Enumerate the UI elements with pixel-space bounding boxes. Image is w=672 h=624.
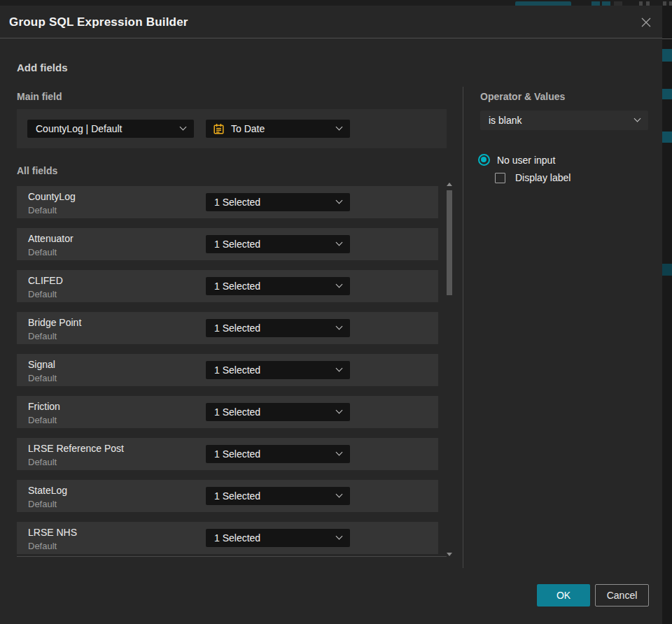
main-field-dropdown[interactable]: CountyLog | Default [27,120,194,138]
close-icon [640,16,652,29]
dialog-titlebar: Group SQL Expression Builder [0,6,662,38]
field-selected-dropdown[interactable]: 1 Selected [206,193,350,211]
date-part-dropdown[interactable]: To Date [206,120,350,138]
background-highlight [662,132,672,143]
dropdown-value: 1 Selected [214,197,260,208]
field-row: Signal Default 1 Selected [17,354,438,386]
field-sublabel: Default [28,541,57,551]
all-fields-list: CountyLog Default 1 Selected Attenuator … [17,186,438,564]
list-bottom-divider [17,556,447,557]
field-sublabel: Default [28,415,57,425]
dropdown-value: 1 Selected [214,364,260,376]
field-selected-dropdown[interactable]: 1 Selected [206,529,350,547]
main-field-label: Main field [17,91,62,102]
field-selected-dropdown[interactable]: 1 Selected [206,361,350,379]
field-sublabel: Default [28,373,57,383]
field-selected-dropdown[interactable]: 1 Selected [206,445,350,463]
chevron-down-icon [336,197,343,204]
calendar-icon [213,123,225,135]
group-sql-expression-builder-dialog: Group SQL Expression Builder Add fields … [0,6,662,624]
no-user-input-radio[interactable]: No user input [478,154,555,166]
field-selected-dropdown[interactable]: 1 Selected [206,487,350,505]
main-field-container: CountyLog | Default To Date [17,109,447,148]
field-selected-dropdown[interactable]: 1 Selected [206,319,350,337]
field-row: LRSE Reference Post Default 1 Selected [17,438,438,470]
background-highlight [662,49,672,62]
field-row: Bridge Point Default 1 Selected [17,312,438,344]
field-sublabel: Default [28,247,57,257]
chevron-down-icon [336,124,343,131]
chevron-down-icon [336,449,343,456]
operator-dropdown-value: is blank [489,115,522,126]
display-label-checkbox[interactable]: Display label [495,172,570,183]
field-row: CountyLog Default 1 Selected [17,186,438,218]
chevron-down-icon [336,491,343,498]
background-toolbar: Live view [0,0,672,6]
cancel-button[interactable]: Cancel [595,584,649,607]
field-name: LRSE NHS [28,527,77,538]
chevron-down-icon [336,239,343,246]
background-highlight [662,89,672,99]
no-user-input-label: No user input [497,155,555,166]
field-sublabel: Default [28,289,57,299]
background-highlight [662,264,672,276]
field-name: LRSE Reference Post [28,443,124,454]
field-name: StateLog [28,485,67,496]
radio-selected-icon [478,154,490,166]
field-name: Friction [28,401,60,412]
list-scrollbar[interactable] [446,180,453,558]
scroll-down-icon[interactable] [447,553,452,556]
checkbox-unchecked-icon [495,173,505,183]
field-name: Bridge Point [28,317,81,328]
main-field-dropdown-value: CountyLog | Default [36,123,122,134]
field-name: CLIFED [28,275,63,286]
dialog-title: Group SQL Expression Builder [9,6,188,38]
ok-button[interactable]: OK [537,584,590,607]
dropdown-value: 1 Selected [214,406,260,418]
dropdown-value: 1 Selected [214,490,260,502]
chevron-down-icon [336,281,343,288]
field-row: CLIFED Default 1 Selected [17,270,438,302]
chevron-down-icon [634,115,641,122]
add-fields-heading: Add fields [17,62,68,73]
operator-dropdown[interactable]: is blank [480,111,648,130]
dropdown-value: 1 Selected [214,281,260,292]
chevron-down-icon [336,365,343,372]
chevron-down-icon [180,124,187,131]
dropdown-value: 1 Selected [214,239,260,250]
operator-values-heading: Operator & Values [480,91,565,102]
dropdown-value: 1 Selected [214,532,260,544]
all-fields-label: All fields [17,165,57,176]
field-row: LRSE NHS Default 1 Selected [17,522,438,554]
background-divider [662,38,672,39]
field-row: StateLog Default 1 Selected [17,480,438,512]
field-sublabel: Default [28,457,57,467]
field-selected-dropdown[interactable]: 1 Selected [206,235,350,253]
field-row: Attenuator Default 1 Selected [17,228,438,260]
panel-divider [463,87,463,568]
display-label-label: Display label [515,172,570,183]
close-button[interactable] [637,13,655,31]
field-sublabel: Default [28,205,57,215]
background-panel-strip [662,6,672,624]
field-sublabel: Default [28,331,57,341]
dropdown-value: 1 Selected [214,448,260,460]
field-selected-dropdown[interactable]: 1 Selected [206,403,350,421]
field-name: Attenuator [28,233,74,244]
scrollbar-thumb[interactable] [447,190,452,295]
chevron-down-icon [336,323,343,330]
chevron-down-icon [336,407,343,414]
field-sublabel: Default [28,499,57,509]
dropdown-value: 1 Selected [214,322,260,334]
date-part-dropdown-value: To Date [231,123,265,134]
field-name: Signal [28,359,55,370]
field-selected-dropdown[interactable]: 1 Selected [206,277,350,295]
field-row: Friction Default 1 Selected [17,396,438,428]
field-name: CountyLog [28,191,76,202]
scroll-up-icon[interactable] [447,183,452,186]
chevron-down-icon [336,533,343,540]
